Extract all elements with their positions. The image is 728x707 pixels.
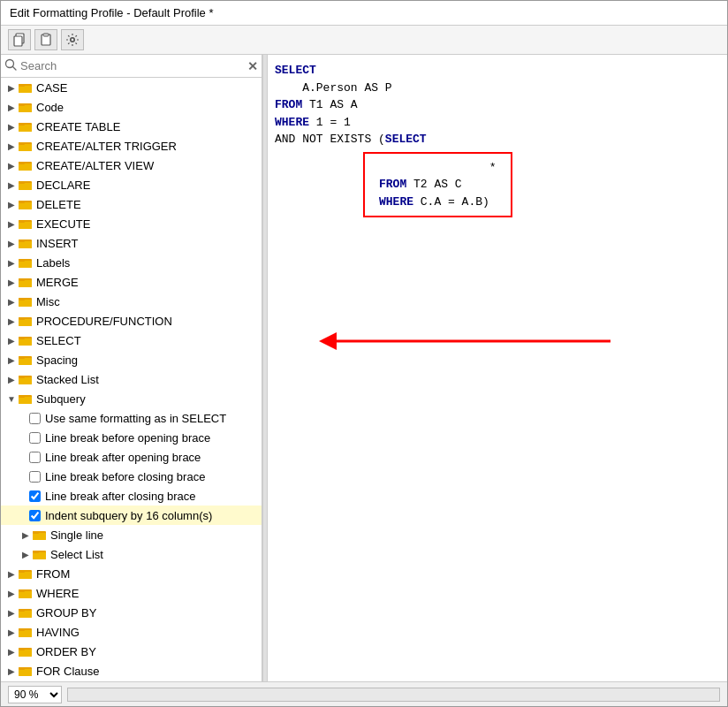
folder-icon-declare bbox=[19, 179, 33, 191]
search-clear-button[interactable]: ✕ bbox=[247, 59, 258, 73]
tree-item-select[interactable]: ▶ SELECT bbox=[1, 331, 262, 350]
tree-item-single-line[interactable]: ▶ Single line bbox=[1, 525, 262, 544]
tree-label-from: FROM bbox=[36, 567, 70, 581]
svg-rect-59 bbox=[33, 533, 46, 540]
tree-item-where[interactable]: ▶ WHERE bbox=[1, 583, 262, 603]
horizontal-scrollbar[interactable] bbox=[67, 688, 720, 702]
folder-icon-code bbox=[19, 101, 33, 113]
checkbox-lb-before-open-input[interactable] bbox=[29, 432, 41, 444]
checkbox-lb-before-close-label: Line break before closing brace bbox=[45, 470, 205, 483]
folder-icon-select bbox=[19, 334, 33, 346]
expand-icon-proc-func: ▶ bbox=[4, 314, 19, 328]
svg-rect-15 bbox=[19, 123, 25, 125]
tree-item-delete[interactable]: ▶ DELETE bbox=[1, 194, 262, 214]
zoom-selector[interactable]: 50 % 75 % 90 % 100 % 125 % 150 % bbox=[8, 686, 62, 703]
svg-rect-27 bbox=[19, 201, 25, 203]
tree-item-for-clause[interactable]: ▶ FOR Clause bbox=[1, 661, 262, 680]
tree-label-subquery: Subquery bbox=[36, 392, 86, 406]
tree-item-misc[interactable]: ▶ Misc bbox=[1, 292, 262, 311]
checkbox-indent-subquery[interactable]: Indent subquery by 16 column(s) bbox=[1, 506, 262, 525]
svg-rect-72 bbox=[19, 609, 25, 612]
tree-item-declare[interactable]: ▶ DECLARE bbox=[1, 175, 262, 194]
tree-item-proc-func[interactable]: ▶ PROCEDURE/FUNCTION bbox=[1, 311, 262, 331]
folder-icon-from bbox=[19, 567, 33, 580]
svg-rect-39 bbox=[19, 278, 25, 281]
tree-label-having: HAVING bbox=[36, 626, 80, 639]
svg-rect-56 bbox=[19, 397, 32, 404]
checkbox-lb-after-open-input[interactable] bbox=[29, 452, 41, 463]
tree-item-having[interactable]: ▶ HAVING bbox=[1, 622, 262, 642]
code-line-4: WHERE 1 = 1 bbox=[275, 114, 720, 132]
tree-item-stacked-list[interactable]: ▶ Stacked List bbox=[1, 369, 262, 389]
tree-item-create-alter-trigger[interactable]: ▶ CREATE/ALTER TRIGGER bbox=[1, 136, 262, 156]
tree-item-labels[interactable]: ▶ Labels bbox=[1, 253, 262, 272]
tree-label-order-by: ORDER BY bbox=[36, 645, 96, 658]
folder-icon-create-alter-trigger bbox=[19, 140, 33, 152]
svg-rect-32 bbox=[19, 241, 32, 248]
toolbar-btn-settings[interactable] bbox=[61, 29, 84, 50]
checkbox-use-same-format-input[interactable] bbox=[29, 413, 41, 424]
checkbox-lb-before-close[interactable]: Line break before closing brace bbox=[1, 467, 262, 486]
checkbox-use-same-format-label: Use same formatting as in SELECT bbox=[45, 412, 226, 425]
subquery-line-3: WHERE C.A = A.B) bbox=[379, 194, 497, 211]
toolbar-btn-copy2[interactable] bbox=[34, 29, 57, 50]
svg-rect-1 bbox=[14, 36, 22, 46]
expand-icon-spacing: ▶ bbox=[4, 353, 19, 367]
main-window: Edit Formatting Profile - Default Profil… bbox=[0, 0, 728, 707]
svg-rect-77 bbox=[19, 650, 32, 657]
tree-item-order-by[interactable]: ▶ ORDER BY bbox=[1, 642, 262, 661]
code-preview: SELECT A.Person AS P FROM T1 AS A WHERE … bbox=[275, 62, 720, 674]
svg-rect-65 bbox=[19, 572, 32, 579]
tree-item-execute[interactable]: ▶ EXECUTE bbox=[1, 214, 262, 233]
tree-label-delete: DELETE bbox=[36, 198, 81, 211]
checkbox-lb-after-close[interactable]: Line break after closing brace bbox=[1, 486, 262, 506]
checkbox-lb-before-close-input[interactable] bbox=[29, 471, 41, 483]
tree-item-spacing[interactable]: ▶ Spacing bbox=[1, 350, 262, 369]
tree-item-create-table[interactable]: ▶ CREATE TABLE bbox=[1, 117, 262, 136]
folder-icon-single-line bbox=[33, 528, 47, 541]
checkbox-lb-after-open[interactable]: Line break after opening brace bbox=[1, 447, 262, 467]
svg-rect-33 bbox=[19, 239, 25, 242]
checkbox-lb-before-open[interactable]: Line break before opening brace bbox=[1, 428, 262, 447]
search-input[interactable] bbox=[20, 59, 244, 72]
folder-icon-misc bbox=[19, 295, 33, 308]
svg-rect-12 bbox=[19, 103, 25, 106]
tree-item-insert[interactable]: ▶ INSERT bbox=[1, 233, 262, 253]
right-panel: SELECT A.Person AS P FROM T1 AS A WHERE … bbox=[268, 55, 727, 681]
folder-icon-stacked-list bbox=[19, 373, 33, 385]
checkbox-use-same-format[interactable]: Use same formatting as in SELECT bbox=[1, 408, 262, 428]
tree-item-subquery[interactable]: ▼ Subquery bbox=[1, 389, 262, 408]
svg-rect-68 bbox=[19, 591, 32, 598]
tree-item-code[interactable]: ▶ Code bbox=[1, 97, 262, 117]
tree-item-from[interactable]: ▶ FROM bbox=[1, 564, 262, 583]
tree-label-create-table: CREATE TABLE bbox=[36, 120, 120, 133]
svg-rect-23 bbox=[19, 183, 32, 190]
svg-rect-78 bbox=[19, 648, 25, 650]
svg-rect-8 bbox=[19, 86, 32, 93]
expand-icon-execute: ▶ bbox=[4, 217, 19, 231]
subquery-line-2: FROM T2 AS C bbox=[379, 176, 497, 194]
folder-icon-group-by bbox=[19, 606, 33, 619]
code-line-5: AND NOT EXISTS (SELECT bbox=[275, 131, 720, 148]
expand-icon-create-alter-trigger: ▶ bbox=[4, 139, 19, 153]
tree-item-group-by[interactable]: ▶ GROUP BY bbox=[1, 603, 262, 622]
svg-rect-17 bbox=[19, 144, 32, 151]
svg-rect-71 bbox=[19, 611, 32, 618]
tree-label-group-by: GROUP BY bbox=[36, 606, 96, 620]
checkbox-indent-subquery-input[interactable] bbox=[29, 510, 41, 521]
tree-item-merge[interactable]: ▶ MERGE bbox=[1, 272, 262, 292]
svg-rect-21 bbox=[19, 162, 25, 164]
main-content: ✕ ▶ CASE ▶ Code ▶ bbox=[1, 55, 727, 681]
svg-rect-18 bbox=[19, 142, 25, 145]
svg-rect-9 bbox=[19, 84, 25, 87]
toolbar-btn-copy1[interactable] bbox=[8, 29, 31, 50]
checkbox-lb-after-close-input[interactable] bbox=[29, 490, 41, 502]
svg-rect-80 bbox=[19, 669, 32, 676]
tree-item-case[interactable]: ▶ CASE bbox=[1, 78, 262, 97]
expand-icon-insert: ▶ bbox=[4, 236, 19, 250]
tree-item-select-list[interactable]: ▶ Select List bbox=[1, 544, 262, 564]
tree-item-create-alter-view[interactable]: ▶ CREATE/ALTER VIEW bbox=[1, 156, 262, 175]
svg-rect-44 bbox=[19, 319, 32, 326]
tree-label-create-alter-trigger: CREATE/ALTER TRIGGER bbox=[36, 140, 177, 153]
svg-rect-41 bbox=[19, 300, 32, 307]
